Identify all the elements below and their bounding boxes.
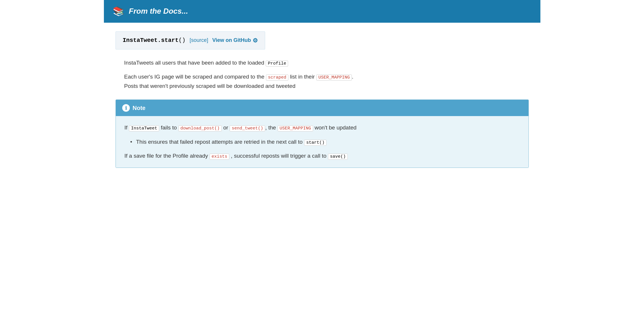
desc-line1-before: InstaTweets all users that have been add… bbox=[124, 60, 265, 66]
header-title: From the Docs... bbox=[129, 5, 188, 17]
note-line1-before: If bbox=[125, 125, 128, 131]
note-line1-after: won't be updated bbox=[315, 125, 356, 131]
note-bullet-item: This ensures that failed repost attempts… bbox=[130, 137, 520, 147]
source-link[interactable]: [source] bbox=[190, 36, 208, 45]
desc-line2-before: Each user's IG page will be scraped and … bbox=[124, 74, 265, 80]
note-line2-after: , successful reposts will trigger a call… bbox=[231, 153, 326, 159]
note-exists-code: exists bbox=[210, 154, 229, 160]
desc-line2-after: . bbox=[352, 74, 353, 80]
note-line1-middle2: or bbox=[223, 125, 228, 131]
github-link-text: View on GitHub bbox=[212, 36, 251, 45]
note-line1-middle1: fails to bbox=[161, 125, 177, 131]
class-name: InstaTweet bbox=[123, 37, 158, 44]
note-title: Note bbox=[133, 103, 146, 113]
bullet-before: This ensures that failed repost attempts… bbox=[136, 139, 303, 145]
main-content: InstaTweet.start() [source] View on GitH… bbox=[104, 23, 540, 177]
note-instatweet-code: InstaTweet bbox=[129, 125, 159, 131]
signature-box: InstaTweet.start() [source] View on GitH… bbox=[116, 31, 265, 49]
description-line2: Each user's IG page will be scraped and … bbox=[116, 72, 529, 91]
user-mapping-code: USER_MAPPING bbox=[316, 74, 352, 81]
note-info-icon: ℹ bbox=[122, 104, 130, 112]
method-name: .start bbox=[158, 37, 179, 44]
note-send-tweet-code: send_tweet() bbox=[230, 125, 265, 131]
github-link[interactable]: View on GitHub ⚙ bbox=[212, 36, 258, 45]
page-wrapper: 📚 From the Docs... InstaTweet.start() [s… bbox=[104, 0, 540, 177]
note-user-mapping-code: USER_MAPPING bbox=[278, 125, 313, 131]
note-bullet-list: This ensures that failed repost attempts… bbox=[130, 137, 520, 147]
profile-code: Profile bbox=[266, 61, 288, 67]
note-start-code: start() bbox=[304, 140, 327, 146]
description-line1: InstaTweets all users that have been add… bbox=[116, 58, 529, 67]
github-icon: ⚙ bbox=[253, 36, 258, 45]
desc-line2-middle: list in their bbox=[290, 74, 315, 80]
desc-line3: Posts that weren't previously scraped wi… bbox=[124, 83, 296, 89]
note-line2-before: If a save file for the Profile already bbox=[125, 153, 208, 159]
scraped-code: scraped bbox=[266, 74, 288, 81]
note-header: ℹ Note bbox=[116, 100, 528, 116]
signature-parens: () bbox=[179, 37, 186, 44]
note-line1-middle3: , the bbox=[265, 125, 276, 131]
header-bar: 📚 From the Docs... bbox=[104, 0, 540, 23]
note-box: ℹ Note If InstaTweet fails to download_p… bbox=[116, 99, 529, 168]
signature-text: InstaTweet.start() bbox=[123, 36, 186, 45]
note-save-code: save() bbox=[328, 154, 348, 160]
docs-icon: 📚 bbox=[113, 7, 124, 16]
note-line1: If InstaTweet fails to download_post() o… bbox=[125, 123, 520, 132]
note-download-post-code: download_post() bbox=[178, 125, 222, 131]
note-line2: If a save file for the Profile already e… bbox=[125, 151, 520, 161]
note-body: If InstaTweet fails to download_post() o… bbox=[116, 116, 528, 168]
